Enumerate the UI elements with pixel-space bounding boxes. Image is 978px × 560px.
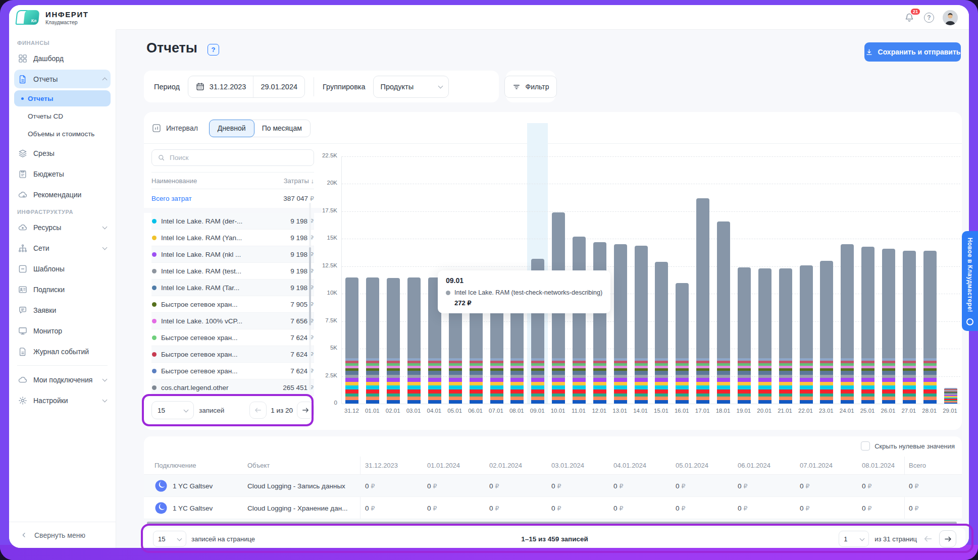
avatar[interactable] bbox=[943, 10, 958, 25]
bar-18.01[interactable] bbox=[717, 221, 730, 404]
bar-27.01[interactable] bbox=[903, 251, 916, 404]
cost-list-item[interactable]: Быстрое сетевое хран...7 624₽ bbox=[151, 329, 314, 346]
cost-list-item[interactable]: cos.chart.legend.other265 451₽ bbox=[151, 379, 314, 396]
bar-28.01[interactable] bbox=[923, 251, 937, 404]
sidebar-item-recommendations[interactable]: Рекомендации bbox=[14, 185, 111, 204]
table-page-size-select[interactable]: 15 bbox=[153, 531, 186, 547]
cost-list-item[interactable]: Intel Ice Lake. RAM (Yan...9 198₽ bbox=[151, 230, 314, 246]
search-input[interactable] bbox=[170, 154, 308, 161]
bar-11.01[interactable] bbox=[573, 237, 586, 404]
sidebar-item-event-log[interactable]: Журнал событий bbox=[14, 342, 111, 361]
bar-19.01[interactable] bbox=[738, 267, 751, 404]
table-column-header: 03.01.2024 bbox=[551, 457, 584, 475]
bar-segment bbox=[407, 397, 421, 400]
bar-16.01[interactable] bbox=[676, 283, 689, 404]
date-to-field[interactable]: 29.01.2024 bbox=[253, 76, 304, 97]
sidebar-subitem-reports-cd[interactable]: Отчеты CD bbox=[14, 108, 111, 124]
sidebar-item-my-connections[interactable]: Мои подключения bbox=[14, 370, 111, 389]
bar-23.01[interactable] bbox=[820, 261, 833, 404]
horizontal-scrollbar[interactable] bbox=[147, 522, 957, 524]
table-row[interactable]: 1 YC GaltsevCloud Logging - Хранение дан… bbox=[144, 497, 962, 519]
page-help-icon[interactable]: ? bbox=[208, 44, 219, 55]
table-row[interactable]: 1 YC GaltsevCloud Logging - Запись данны… bbox=[144, 475, 962, 497]
bar-segment bbox=[531, 371, 544, 374]
price-value: 7 624 bbox=[290, 367, 307, 375]
sidebar-item-subscriptions[interactable]: Подписки bbox=[14, 280, 111, 299]
table-page-select[interactable]: 1 bbox=[839, 531, 869, 547]
bar-13.01[interactable] bbox=[614, 244, 627, 404]
bar-21.01[interactable] bbox=[779, 268, 792, 404]
hide-zero-toggle[interactable]: Скрыть нулевые значения bbox=[861, 441, 955, 451]
bar-segment bbox=[490, 389, 503, 394]
bar-segment bbox=[820, 397, 833, 400]
sidebar-item-budgets[interactable]: Бюджеты bbox=[14, 164, 111, 183]
bar-segment bbox=[800, 371, 813, 374]
bar-14.01[interactable] bbox=[635, 245, 648, 404]
sidebar-item-resources[interactable]: Ресурсы bbox=[14, 218, 111, 237]
value-cell: 0₽ bbox=[489, 497, 499, 519]
bar-25.01[interactable] bbox=[861, 247, 874, 404]
save-and-send-button[interactable]: Сохранить и отправить bbox=[864, 42, 961, 62]
x-axis-tick: 10.01 bbox=[548, 408, 569, 414]
grouping-select[interactable]: Продукты bbox=[373, 76, 449, 98]
sidebar-item-reports[interactable]: Отчеты bbox=[14, 70, 111, 88]
sidebar-item-dashboard[interactable]: Дашборд bbox=[14, 49, 111, 68]
cost-list-item[interactable]: Быстрое сетевое хран...7 905₽ bbox=[151, 296, 314, 313]
sidebar-item-monitor[interactable]: Монитор bbox=[14, 321, 111, 340]
bar-17.01[interactable] bbox=[696, 198, 709, 404]
cost-list-item[interactable]: Intel Ice Lake. RAM (nkl ...9 198₽ bbox=[151, 246, 314, 263]
collapse-menu-button[interactable]: Свернуть меню bbox=[9, 522, 116, 548]
tab-daily[interactable]: Дневной bbox=[209, 120, 254, 137]
cost-list-item[interactable]: Быстрое сетевое хран...7 624₽ bbox=[151, 363, 314, 379]
prev-page-button[interactable] bbox=[249, 402, 267, 419]
sidebar-item-networks[interactable]: Сети bbox=[14, 239, 111, 257]
sidebar-item-templates[interactable]: Шаблоны bbox=[14, 259, 111, 278]
total-costs-link[interactable]: Всего затрат bbox=[151, 195, 283, 202]
whats-new-tab[interactable]: Новое в Клаудмастере! bbox=[962, 231, 978, 331]
bar-02.01[interactable] bbox=[387, 278, 400, 404]
bar-03.01[interactable] bbox=[407, 277, 421, 404]
cost-list-item[interactable]: Intel Ice Lake. RAM (Tar...9 198₽ bbox=[151, 279, 314, 296]
bar-29.01[interactable] bbox=[944, 387, 957, 404]
product-name: Быстрое сетевое хран... bbox=[161, 351, 286, 358]
cost-list-item[interactable]: Intel Ice Lake. RAM (test...9 198₽ bbox=[151, 263, 314, 279]
table-prev-page-button[interactable] bbox=[922, 533, 934, 544]
help-icon[interactable]: ? bbox=[924, 13, 934, 23]
checkbox-icon[interactable] bbox=[861, 441, 870, 451]
currency-symbol: ₽ bbox=[557, 505, 561, 512]
bar-segment bbox=[470, 371, 483, 374]
bar-12.01[interactable] bbox=[593, 242, 606, 404]
bar-22.01[interactable] bbox=[800, 265, 813, 404]
sidebar-item-requests[interactable]: Заявки bbox=[14, 301, 111, 319]
bar-segment bbox=[882, 382, 895, 385]
bar-31.12[interactable] bbox=[345, 277, 358, 404]
list-scrollbar-thumb[interactable] bbox=[309, 247, 311, 325]
bar-segment bbox=[841, 400, 854, 404]
tooltip-value: 272 bbox=[454, 299, 466, 307]
cost-list-item[interactable]: Быстрое сетевое хран...7 624₽ bbox=[151, 346, 314, 363]
sidebar-subitem-reports[interactable]: Отчеты bbox=[14, 90, 111, 106]
page-size-select[interactable]: 15 bbox=[151, 401, 194, 419]
sidebar-item-settings[interactable]: Настройки bbox=[14, 391, 111, 410]
bar-26.01[interactable] bbox=[882, 249, 895, 404]
notifications-bell-icon[interactable]: 21 bbox=[903, 12, 915, 24]
cost-list-item[interactable]: Intel Ice Lake. RAM (der-...9 198₽ bbox=[151, 213, 314, 230]
sidebar-subitem-volumes-cost[interactable]: Объемы и стоимость bbox=[14, 126, 111, 142]
tab-monthly[interactable]: По месяцам bbox=[251, 120, 311, 137]
bar-20.01[interactable] bbox=[758, 268, 771, 404]
price-value: 7 624 bbox=[290, 334, 307, 342]
column-cost-header[interactable]: Затраты ↓ bbox=[284, 177, 314, 185]
table-next-page-button[interactable] bbox=[939, 530, 956, 547]
table-range-label: 1–15 из 459 записей bbox=[521, 535, 588, 543]
bar-24.01[interactable] bbox=[841, 244, 854, 404]
bar-segment-other bbox=[387, 278, 400, 358]
bar-01.01[interactable] bbox=[366, 277, 379, 404]
date-from-field[interactable]: 31.12.2023 bbox=[188, 76, 253, 97]
bar-segment bbox=[635, 385, 648, 389]
sidebar-item-slices[interactable]: Срезы bbox=[14, 144, 111, 162]
bar-15.01[interactable] bbox=[655, 262, 668, 404]
layers-icon bbox=[18, 148, 28, 158]
cost-list-item[interactable]: Intel Ice Lake. 100% vCP...7 656₽ bbox=[151, 313, 314, 329]
filter-button[interactable]: Фильтр bbox=[504, 76, 556, 98]
next-page-button[interactable] bbox=[297, 402, 314, 419]
